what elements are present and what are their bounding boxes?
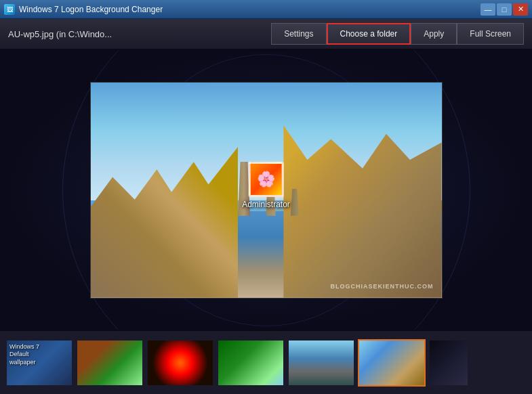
- thumb-city-bg: [289, 341, 354, 385]
- thumbnail-image: [76, 339, 144, 387]
- thumbnail-image: Windows 7Defaultwallpaper: [5, 339, 73, 387]
- thumb-first-bg: Windows 7Defaultwallpaper: [7, 341, 73, 387]
- close-button[interactable]: ✕: [513, 3, 528, 16]
- thumb-green-bg: [218, 341, 283, 385]
- thumbnail-image: [146, 339, 214, 387]
- main-preview-area: 🌸 Administrator BLOGCHIASEKIENTHUC.COM: [0, 50, 532, 330]
- thumbnail-strip: Windows 7Defaultwallpaper: [0, 330, 532, 394]
- thumbnail-image: [428, 339, 469, 387]
- apply-button[interactable]: Apply: [411, 23, 457, 45]
- list-item[interactable]: Windows 7Defaultwallpaper: [5, 339, 73, 387]
- thumbnail-image: [287, 339, 355, 387]
- thumb-coastal-bg: [359, 341, 424, 385]
- list-item[interactable]: [76, 339, 144, 387]
- thumb-forest-bg: [77, 341, 142, 385]
- preview-window: 🌸 Administrator BLOGCHIASEKIENTHUC.COM: [90, 82, 443, 299]
- thumb-firework-bg: [148, 341, 213, 385]
- title-bar: 🖼 Windows 7 Logon Background Changer — □…: [0, 0, 532, 19]
- watermark: BLOGCHIASEKIENTHUC.COM: [331, 283, 434, 290]
- list-item[interactable]: [358, 339, 426, 387]
- current-file-label: AU-wp5.jpg (in C:\Windo...: [8, 29, 271, 39]
- list-item[interactable]: [287, 339, 355, 387]
- list-item[interactable]: [146, 339, 214, 387]
- user-name-label: Administrator: [242, 200, 290, 209]
- choose-folder-button[interactable]: Choose a folder: [327, 23, 411, 45]
- settings-button[interactable]: Settings: [271, 23, 326, 45]
- list-item[interactable]: [428, 339, 469, 387]
- thumbnail-label: Windows 7Defaultwallpaper: [9, 343, 39, 367]
- window-controls: — □ ✕: [480, 3, 528, 16]
- user-icon-container: 🌸 Administrator: [242, 162, 290, 209]
- thumb-dark-bg: [430, 341, 468, 385]
- toolbar: AU-wp5.jpg (in C:\Windo... Settings Choo…: [0, 19, 532, 50]
- list-item[interactable]: [217, 339, 285, 387]
- app-icon: 🖼: [4, 4, 15, 15]
- maximize-button[interactable]: □: [497, 3, 512, 16]
- user-avatar: 🌸: [249, 162, 284, 197]
- minimize-button[interactable]: —: [480, 3, 495, 16]
- title-bar-left: 🖼 Windows 7 Logon Background Changer: [4, 4, 163, 15]
- thumbnail-image-selected: [358, 339, 426, 387]
- fullscreen-button[interactable]: Full Screen: [457, 23, 524, 45]
- title-text: Windows 7 Logon Background Changer: [19, 5, 163, 14]
- thumbnail-image: [217, 339, 285, 387]
